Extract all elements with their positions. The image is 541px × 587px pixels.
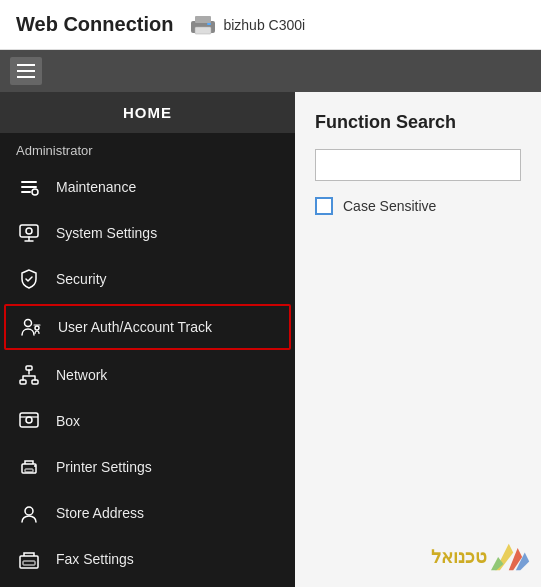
hamburger-line-3 [17,76,35,78]
watermark-logo [491,537,531,577]
sidebar-home-label: HOME [0,92,295,133]
case-sensitive-row: Case Sensitive [315,197,521,215]
sidebar-item-box[interactable]: Box [0,398,295,444]
sidebar-admin-label: Administrator [0,133,295,164]
printer-settings-icon [16,454,42,480]
sidebar-item-system-settings[interactable]: System Settings [0,210,295,256]
sidebar-item-maintenance[interactable]: Maintenance [0,164,295,210]
sidebar-item-network[interactable]: Network [0,352,295,398]
svg-rect-2 [195,27,211,34]
sidebar-item-fax-settings-label: Fax Settings [56,551,134,567]
sidebar-item-system-settings-label: System Settings [56,225,157,241]
svg-point-18 [25,507,33,515]
sidebar-item-fax-settings[interactable]: Fax Settings [0,536,295,582]
store-address-icon [16,500,42,526]
sidebar-item-printer-settings-label: Printer Settings [56,459,152,475]
network-icon [16,362,42,388]
sidebar: HOME Administrator Maintenance System [0,92,295,587]
case-sensitive-label: Case Sensitive [343,198,436,214]
sidebar-item-user-auth-label: User Auth/Account Track [58,319,212,335]
sidebar-item-user-auth[interactable]: User Auth/Account Track [4,304,291,350]
sidebar-item-maintenance-label: Maintenance [56,179,136,195]
header: Web Connection bizhub C300i [0,0,541,50]
svg-rect-13 [20,413,38,427]
toolbar [0,50,541,92]
svg-point-17 [34,465,36,467]
svg-rect-5 [20,225,38,237]
case-sensitive-checkbox[interactable] [315,197,333,215]
hamburger-line-2 [17,70,35,72]
device-info: bizhub C300i [189,14,305,36]
user-auth-icon [18,314,44,340]
maintenance-icon [16,174,42,200]
box-icon [16,408,42,434]
svg-rect-16 [25,469,33,472]
hamburger-button[interactable] [10,57,42,85]
watermark: טכנואל [431,537,531,577]
content-panel: Function Search Case Sensitive טכנואל [295,92,541,587]
sidebar-item-security[interactable]: Security [0,256,295,302]
function-search-title: Function Search [315,112,521,133]
system-settings-icon [16,220,42,246]
svg-rect-1 [195,16,211,23]
sidebar-item-printer-settings[interactable]: Printer Settings [0,444,295,490]
device-name: bizhub C300i [223,17,305,33]
sidebar-item-network-label: Network [56,367,107,383]
hamburger-line-1 [17,64,35,66]
sidebar-item-store-address[interactable]: Store Address [0,490,295,536]
svg-rect-3 [207,23,211,25]
svg-point-14 [26,417,32,423]
sidebar-item-box-label: Box [56,413,80,429]
svg-point-6 [26,228,32,234]
svg-rect-21 [23,561,35,565]
search-input[interactable] [315,149,521,181]
watermark-text: טכנואל [431,546,487,568]
printer-icon [189,14,217,36]
app-title: Web Connection [16,13,173,36]
main-layout: HOME Administrator Maintenance System [0,92,541,587]
sidebar-item-security-label: Security [56,271,107,287]
sidebar-item-store-address-label: Store Address [56,505,144,521]
svg-point-7 [25,320,32,327]
fax-settings-icon [16,546,42,572]
svg-point-4 [32,189,38,195]
security-icon [16,266,42,292]
svg-point-8 [35,326,39,330]
